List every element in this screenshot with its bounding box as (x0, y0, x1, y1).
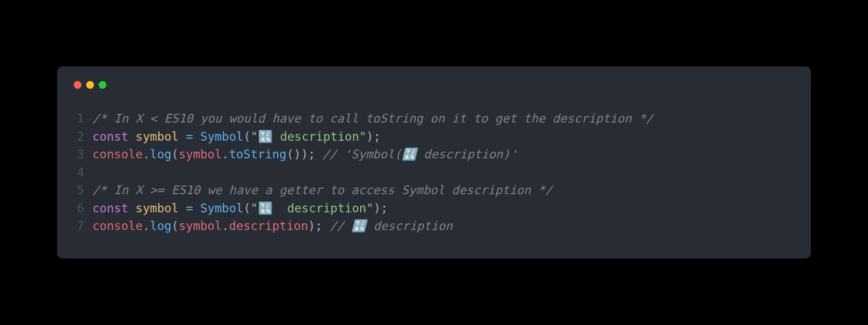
traffic-light-minimize-icon[interactable] (86, 81, 94, 89)
code-token: "🔣 description" (251, 130, 367, 143)
traffic-light-close-icon[interactable] (74, 81, 82, 89)
line-content: const symbol = Symbol("🔣 description"); (92, 199, 795, 218)
code-token (128, 130, 135, 143)
code-token: symbol (135, 130, 179, 143)
code-token: symbol (135, 201, 179, 215)
code-token: log (150, 219, 172, 233)
code-token: ( (171, 219, 179, 233)
code-window: 1/* In X < ES10 you would have to call t… (57, 66, 811, 259)
code-token (179, 130, 186, 143)
code-token: "🔣 description" (251, 201, 374, 215)
code-token (128, 201, 135, 215)
code-token: ()); (287, 147, 322, 161)
line-content: console.log(symbol.description); // 🔣 de… (92, 217, 795, 235)
window-titlebar (73, 81, 795, 89)
line-content: console.log(symbol.toString()); // 'Symb… (92, 145, 795, 164)
line-number: 5 (73, 181, 92, 199)
line-content (92, 164, 795, 182)
line-content: /* In X >= ES10 we have a getter to acce… (92, 181, 795, 199)
code-token: = (186, 130, 193, 143)
code-token: ( (243, 201, 251, 215)
code-token (179, 201, 186, 215)
line-number: 6 (73, 199, 92, 218)
line-content: const symbol = Symbol("🔣 description"); (92, 128, 795, 146)
code-token: Symbol (200, 130, 243, 143)
code-token: . (222, 219, 229, 233)
code-line: 7console.log(symbol.description); // 🔣 d… (73, 217, 795, 235)
code-token: ); (308, 219, 330, 233)
code-token (193, 201, 200, 215)
code-token: ); (367, 130, 381, 143)
code-token: // 'Symbol(🔣 description)' (322, 147, 517, 161)
code-token: description (229, 219, 308, 233)
line-content: /* In X < ES10 you would have to call to… (92, 110, 795, 128)
code-token: ( (171, 147, 179, 161)
code-token: const (92, 201, 128, 215)
line-number: 2 (73, 128, 92, 146)
code-line: 2const symbol = Symbol("🔣 description"); (73, 128, 795, 146)
code-line: 1/* In X < ES10 you would have to call t… (73, 110, 795, 128)
code-token: const (92, 130, 128, 143)
line-number: 7 (73, 217, 92, 235)
code-token: symbol (179, 219, 222, 233)
code-token: ); (373, 201, 388, 215)
code-token: console (92, 147, 143, 161)
code-token: /* In X >= ES10 we have a getter to acce… (92, 183, 552, 197)
code-token: . (143, 147, 150, 161)
traffic-light-zoom-icon[interactable] (99, 81, 106, 89)
code-line: 4 (73, 164, 795, 182)
line-number: 3 (73, 145, 92, 164)
code-token: . (222, 147, 229, 161)
line-number: 4 (73, 164, 92, 182)
code-token (193, 130, 200, 143)
code-line: 3console.log(symbol.toString()); // 'Sym… (73, 145, 795, 164)
code-line: 5/* In X >= ES10 we have a getter to acc… (73, 181, 795, 199)
code-token: . (143, 219, 150, 233)
code-token: = (186, 201, 193, 215)
code-token: Symbol (200, 201, 243, 215)
code-line: 6const symbol = Symbol("🔣 description"); (73, 199, 795, 218)
line-number: 1 (73, 110, 92, 128)
code-token: /* In X < ES10 you would have to call to… (92, 112, 653, 125)
code-token: // 🔣 description (330, 219, 453, 233)
code-token: console (92, 219, 143, 233)
code-token: ( (243, 130, 251, 143)
code-token: log (150, 147, 172, 161)
code-block[interactable]: 1/* In X < ES10 you would have to call t… (73, 110, 795, 235)
code-token: toString (229, 147, 287, 161)
code-token: symbol (179, 147, 222, 161)
